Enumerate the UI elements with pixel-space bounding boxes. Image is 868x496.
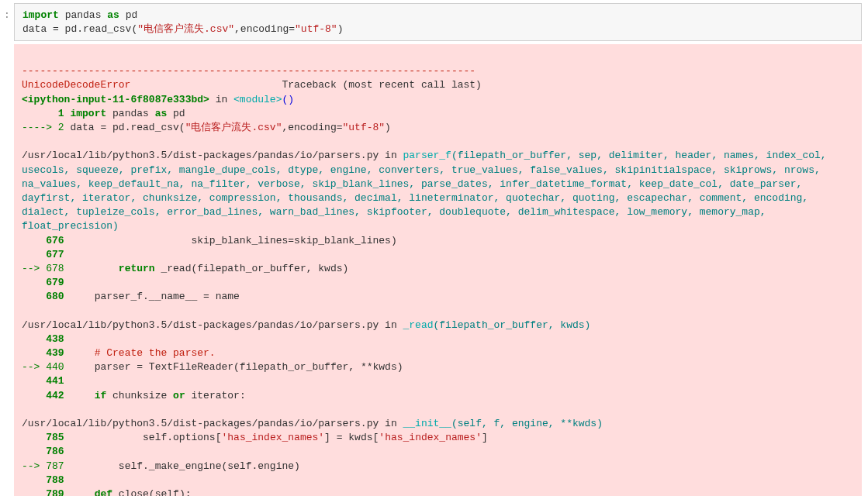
ipy-l1-import: import bbox=[70, 108, 106, 119]
f3-785-mid: ] = kwds[ bbox=[324, 432, 379, 443]
f2-in: in bbox=[379, 319, 403, 331]
f1-fn: parser_f bbox=[403, 150, 451, 161]
f3-in: in bbox=[379, 418, 403, 429]
code-line2-str1: "电信客户流失.csv" bbox=[137, 23, 234, 35]
f1-680-code: parser_f.__name__ = name bbox=[70, 291, 239, 302]
tb-err-rest: Traceback (most recent call last) bbox=[130, 79, 481, 91]
ipy-l1-num: 1 bbox=[22, 108, 70, 119]
ipy-l2-mid: ,encoding= bbox=[282, 122, 342, 133]
f3-sig: (self, f, engine, **kwds) bbox=[451, 418, 603, 429]
f3-789-def: def bbox=[95, 488, 112, 496]
f2-442-or: or bbox=[173, 390, 185, 401]
f2-439-num: 439 bbox=[22, 347, 70, 359]
kw-import: import bbox=[22, 9, 59, 21]
kw-as: as bbox=[107, 9, 119, 21]
mod-pandas: pandas bbox=[65, 9, 102, 21]
ipy-in: in bbox=[209, 94, 233, 105]
f2-fn: _read bbox=[403, 319, 434, 331]
f1-676-code: skip_blank_lines=skip_blank_lines) bbox=[70, 235, 396, 246]
f2-440-code: parser = TextFileReader(filepath_or_buff… bbox=[70, 361, 403, 373]
f2-438-num: 438 bbox=[22, 333, 70, 345]
f3-785-str1: 'has_index_names' bbox=[221, 432, 324, 443]
f3-785-end: ] bbox=[482, 432, 488, 443]
f2-441-num: 441 bbox=[22, 375, 70, 387]
f3-785-num: 785 bbox=[22, 432, 70, 443]
f2-442-pre bbox=[70, 390, 94, 401]
ipy-frame-file: <ipython-input-11-6f8087e333bd> bbox=[22, 94, 209, 105]
f2-440-arrow: --> 440 bbox=[22, 361, 70, 373]
f1-678-kw: return bbox=[119, 263, 155, 274]
ipy-mod: <module> bbox=[233, 94, 282, 105]
code-line2-end: ) bbox=[337, 23, 344, 35]
f1-sig: (filepath_or_buffer, sep, delimiter, hea… bbox=[22, 150, 832, 232]
f3-787-arrow: --> 787 bbox=[22, 460, 70, 472]
f3-789-mid: close(self): bbox=[112, 488, 191, 496]
f2-442-if: if bbox=[95, 390, 107, 401]
f2-442-num: 442 bbox=[22, 390, 70, 401]
tb-separator: ----------------------------------------… bbox=[22, 65, 475, 77]
ipy-l2-arrow: ----> 2 bbox=[22, 122, 70, 133]
f1-678-mid: _read(filepath_or_buffer, kwds) bbox=[155, 263, 349, 274]
f1-677-num: 677 bbox=[22, 249, 70, 260]
f2-path: /usr/local/lib/python3.5/dist-packages/p… bbox=[22, 319, 379, 331]
f2-442-mid1: chunksize bbox=[106, 390, 173, 401]
f2-sig: (filepath_or_buffer, kwds) bbox=[434, 319, 591, 331]
ipy-l2-str2: "utf-8" bbox=[342, 122, 385, 133]
f1-in: in bbox=[379, 150, 403, 161]
f1-678-arrow: --> 678 bbox=[22, 263, 70, 274]
code-line2-str2: "utf-8" bbox=[295, 23, 337, 35]
code-line2-mid: ,encoding= bbox=[234, 23, 295, 35]
f3-789-pre bbox=[70, 488, 94, 496]
ipy-l2-end: ) bbox=[385, 122, 391, 133]
f3-fn: __init__ bbox=[403, 418, 451, 429]
ipy-l1-mid: pandas bbox=[106, 108, 154, 119]
f2-439-comment: # Create the parser. bbox=[70, 347, 215, 359]
f1-680-num: 680 bbox=[22, 291, 70, 302]
f2-442-mid2: iterator: bbox=[185, 390, 246, 401]
ipy-l1-tail: pd bbox=[167, 108, 185, 119]
ipy-l1-as: as bbox=[155, 108, 168, 119]
f1-679-num: 679 bbox=[22, 277, 70, 288]
ipy-paren: () bbox=[282, 94, 294, 105]
ipy-l2-pre: data = pd.read_csv( bbox=[70, 122, 185, 133]
f3-786-num: 786 bbox=[22, 446, 70, 457]
f3-path: /usr/local/lib/python3.5/dist-packages/p… bbox=[22, 418, 379, 429]
code-line2-pre: data = pd.read_csv( bbox=[22, 23, 137, 35]
f3-787-code: self._make_engine(self.engine) bbox=[70, 460, 299, 472]
alias-pd: pd bbox=[126, 9, 138, 21]
f3-785-pre: self.options[ bbox=[70, 432, 221, 443]
f1-676-num: 676 bbox=[22, 235, 70, 246]
f3-785-str2: 'has_index_names' bbox=[379, 432, 482, 443]
traceback-output: ----------------------------------------… bbox=[14, 44, 862, 496]
f1-path: /usr/local/lib/python3.5/dist-packages/p… bbox=[22, 150, 379, 161]
tb-err-name: UnicodeDecodeError bbox=[22, 79, 130, 91]
ipy-l2-str1: "电信客户流失.csv" bbox=[185, 122, 282, 133]
code-input-cell[interactable]: import pandas as pd data = pd.read_csv("… bbox=[14, 3, 862, 41]
f3-788-num: 788 bbox=[22, 474, 70, 486]
f1-678-pre bbox=[70, 263, 118, 274]
f3-789-num: 789 bbox=[22, 488, 70, 496]
